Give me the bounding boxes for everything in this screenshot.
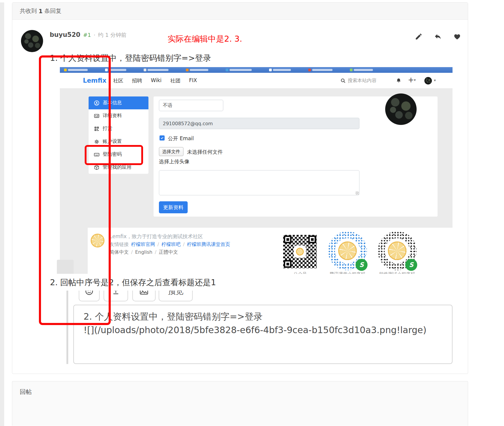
site-search[interactable]: 搜索本站内容 [341, 78, 377, 84]
nav-item-community[interactable]: 社区 [113, 77, 123, 84]
qr-code-official-account [282, 233, 318, 270]
reply-body-line2: 2. 回帖中序号是2，但保存之后查看标题还是1 [50, 277, 216, 288]
caret-down-icon: ▾ [414, 78, 416, 82]
lang-traditional-chinese[interactable]: 正體中文 [159, 249, 178, 256]
reply-meta-dot: · [94, 32, 95, 38]
file-status-text: 未选择任何文件 [187, 149, 223, 155]
sidebar-item-login-password[interactable]: 登陆密码 [89, 148, 148, 161]
footer-link-tencent-class[interactable]: 柠檬班腾讯课堂首页 [187, 241, 230, 248]
bookmark-item[interactable] [64, 69, 88, 71]
page-left-gutter [0, 2, 4, 426]
lemfix-footer-logo [91, 234, 104, 247]
footer-link-lemonban[interactable]: 柠檬班官网 [131, 241, 155, 248]
separator: / [183, 241, 184, 247]
public-email-label: 公开 Email [168, 135, 194, 142]
lemon-logo-icon [296, 248, 304, 256]
replies-count-prefix: 共收到 [20, 7, 37, 15]
update-profile-button[interactable]: 更新资料 [159, 201, 188, 213]
footer-link-lemonban-bar[interactable]: 柠檬班吧 [161, 241, 180, 248]
lang-english[interactable]: English [135, 249, 152, 255]
sidebar-item-label: 登陆密码 [103, 151, 122, 158]
bookmark-item[interactable] [144, 69, 168, 71]
person-circle-icon [94, 100, 99, 106]
lemfix-navbar: Lemfix 社区 招聘 Wiki 社团 FIX 搜索本站内容 [60, 73, 453, 89]
public-email-checkbox[interactable] [160, 135, 165, 141]
plus-icon: + [408, 76, 414, 84]
sidebar-item-basic-info[interactable]: 基本信息 [89, 96, 148, 109]
separator: / [155, 249, 156, 255]
wechat-miniprogram-icon: S [405, 259, 417, 271]
navbar-user-avatar[interactable] [424, 77, 432, 84]
sidebar-item-label: 打赏 [103, 126, 112, 132]
bookmark-item[interactable] [308, 69, 333, 71]
editor-content-line2: ![](/uploads/photo/2018/5bfe3828-e6f6-4b… [84, 325, 426, 335]
embedded-screenshot-settings: Lemfix 社区 招聘 Wiki 社团 FIX 搜索本站内容 [60, 65, 453, 275]
new-topic-plus-button[interactable]: +▾ [408, 76, 416, 84]
sidebar-item-my-applications[interactable]: 管理我的应用 [89, 161, 148, 174]
bookmark-item[interactable] [269, 69, 291, 71]
browser-bookmarks-bar [60, 67, 453, 73]
reply-arrow-icon [434, 33, 442, 40]
replies-count: 1 [39, 8, 42, 14]
separator: / [131, 249, 133, 255]
bookmark-item[interactable] [226, 69, 252, 71]
like-button[interactable] [453, 33, 461, 40]
bookmark-item[interactable] [350, 69, 373, 71]
bookmark-item[interactable] [186, 69, 208, 71]
lemfix-logo[interactable]: Lemfix [83, 77, 107, 84]
sidebar-item-profile[interactable]: 详细资料 [89, 109, 148, 122]
editor-page-left-edge [66, 288, 68, 364]
lang-simplified-chinese[interactable]: 简体中文 [110, 249, 129, 256]
reply-to-button[interactable] [434, 33, 442, 40]
reply-timestamp: 约 1 分钟前 [98, 31, 127, 39]
sidebar-item-label: 账户设置 [103, 138, 122, 145]
user-menu-caret-icon[interactable]: ▾ [434, 78, 436, 82]
qr-code-software-testing: S [378, 231, 417, 270]
notifications-bell[interactable] [396, 78, 402, 85]
heart-icon [453, 33, 461, 40]
sidebar-item-label: 管理我的应用 [103, 164, 131, 170]
checkmark-icon [160, 136, 164, 140]
pencil-icon [415, 33, 423, 40]
reply-form-panel: 回帖 [12, 381, 468, 426]
bookmark-item[interactable] [105, 69, 126, 71]
sidebar-item-reward[interactable]: 打赏 [89, 122, 148, 135]
edit-reply-button[interactable] [415, 33, 423, 40]
settings-sidebar: 基本信息 详细资料 打赏 账 [89, 96, 148, 174]
sidebar-item-account-settings[interactable]: 账户设置 [89, 135, 148, 148]
package-icon [94, 165, 99, 170]
friend-links-label: 友情链接 [110, 241, 129, 248]
reply-username[interactable]: buyu520 [50, 31, 80, 38]
search-placeholder: 搜索本站内容 [348, 78, 377, 84]
reply-floor-number[interactable]: #1 [83, 32, 91, 38]
nickname-input[interactable] [159, 100, 223, 111]
nav-item-jobs[interactable]: 招聘 [132, 77, 142, 84]
nav-item-wiki[interactable]: Wiki [151, 77, 162, 84]
lemfix-footer: Lemfix，致力于打造专业的测试技术社区 友情链接 柠檬班官网 / 柠檬班吧 … [88, 228, 453, 275]
gear-icon [94, 139, 99, 144]
separator: / [157, 241, 159, 247]
nav-item-groups[interactable]: 社团 [170, 77, 180, 84]
reply-form-header: 回帖 [12, 381, 468, 396]
footer-tagline: Lemfix，致力于打造专业的测试技术社区 [110, 233, 203, 240]
editor-content-line1: 2. 个人资料设置中，登陆密码错别字=>登录 [84, 311, 262, 323]
page: 共收到 1 条回复 buyu520 #1 · 约 1 分钟前 实际在编辑中是2.… [0, 0, 504, 426]
wechat-miniprogram-icon: S [356, 259, 368, 271]
red-annotation-text: 实际在编辑中是2. 3. [168, 34, 242, 44]
nav-item-fix[interactable]: FIX [189, 77, 197, 84]
clipped-gray-element [57, 260, 74, 275]
email-input[interactable] [159, 118, 359, 129]
reply-avatar[interactable] [21, 30, 43, 52]
avatar-upload-hint: 选择上传头像 [159, 158, 189, 165]
bell-icon [396, 78, 402, 84]
bio-textarea[interactable] [159, 170, 359, 195]
profile-avatar-preview [385, 93, 417, 125]
choose-file-button[interactable]: 选择文件 [159, 147, 183, 156]
replies-panel-header: 共收到 1 条回复 [12, 3, 468, 20]
qr-code-tencent-class: S [328, 231, 367, 270]
sidebar-item-label: 详细资料 [103, 113, 122, 119]
id-card-icon [94, 113, 99, 119]
keyboard-icon [94, 152, 99, 157]
replies-count-suffix: 条回复 [44, 7, 61, 15]
textarea-resize-grip[interactable] [356, 191, 359, 195]
